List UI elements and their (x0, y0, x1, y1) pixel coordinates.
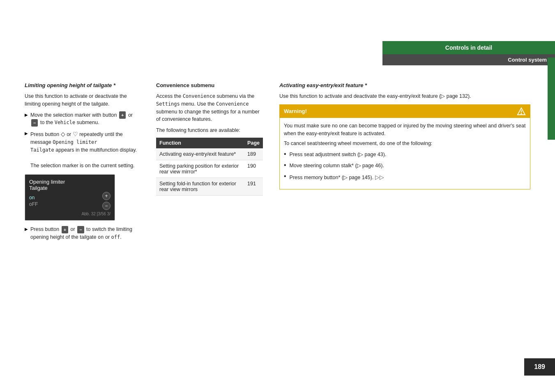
display-header: Opening limiter Tailgate (29, 179, 111, 191)
vehicle-code: Vehicle (55, 120, 76, 125)
bullet1-text: Press seat adjustment switch (▷ page 43)… (290, 151, 387, 159)
off-text: oFF (29, 201, 38, 207)
convenience-code1: Convenience (183, 93, 215, 99)
minus-btn-2: − (77, 226, 84, 234)
warning-body: You must make sure no one can become tra… (280, 118, 530, 189)
arrow-right-icon: ▷▷ (375, 174, 384, 180)
bullet-item-1: ▶ Move the selection marker with button … (25, 111, 140, 127)
bullet-arrow-2: ▶ (25, 130, 28, 136)
warning-triangle-icon (517, 107, 526, 116)
opening-limiter-code: Opening limiterTailgate (30, 139, 97, 153)
bullet3-text: Press memory button* (▷ page 145). ▷▷ (290, 173, 384, 182)
table-row: Activating easy-entry/exit feature* 189 (156, 148, 263, 160)
warning-label: Warning! (284, 108, 307, 114)
middle-intro: Access the Convenience submenu via the S… (156, 92, 263, 123)
diamond-icon: ◇ (61, 131, 65, 137)
circle-buttons: + − (102, 192, 111, 210)
table-cell-func-2: Setting parking position for exterior re… (156, 160, 244, 178)
table-cell-func-1: Activating easy-entry/exit feature* (156, 148, 244, 160)
marker-text: The selection marker is on the current s… (30, 163, 135, 168)
green-tab (548, 58, 555, 140)
bullet2-text: Move steering column stalk* (▷ page 46). (290, 162, 384, 170)
left-bullet-list: ▶ Move the selection marker with button … (25, 111, 140, 170)
table-cell-page-2: 190 (244, 160, 263, 178)
display-image: Opening limiter Tailgate on oFF + − Abb.… (25, 174, 115, 221)
bullet-arrow-1: ▶ (25, 112, 28, 118)
function-table: Function Page Activating easy-entry/exit… (156, 138, 263, 196)
bullet-item-2: ▶ Press button ◇ or ♡ repeatedly until t… (25, 130, 140, 169)
display-subheader-text: Tailgate (29, 185, 48, 191)
available-text: The following functions are available: (156, 127, 263, 134)
left-section-title: Limiting opening height of tailgate * (25, 82, 140, 88)
warning-header: Warning! (280, 105, 530, 118)
plus-btn: + (119, 111, 126, 119)
warning-bullet-list: • Press seat adjustment switch (▷ page 4… (284, 151, 526, 182)
off-code: off (111, 234, 120, 240)
dot-3: • (284, 173, 286, 180)
right-intro-text: Use this function to activate and deacti… (279, 92, 530, 100)
page-ref: Abb. 32 [3/56 3/ (29, 212, 111, 216)
dot-2: • (284, 162, 286, 168)
col-page: Page (244, 138, 263, 148)
table-row: Setting fold-in function for exterior re… (156, 178, 263, 195)
bullet-arrow-3: ▶ (25, 226, 28, 232)
table-cell-page-3: 191 (244, 178, 263, 195)
plus-circle-btn: + (102, 192, 111, 200)
right-section-title: Activating easy-entry/exit feature * (279, 82, 530, 88)
svg-point-1 (521, 113, 521, 114)
warning-text1: You must make sure no one can become tra… (284, 122, 526, 138)
display-body: on oFF + − (29, 192, 111, 210)
table-cell-page-1: 189 (244, 148, 263, 160)
col-function: Function (156, 138, 244, 148)
settings-code: Settings (156, 101, 180, 107)
dot-1: • (284, 151, 286, 157)
header-controls-in-detail: Controls in detail (382, 41, 555, 54)
warning-text2: To cancel seat/steering wheel movement, … (284, 140, 526, 148)
warning-bullet-1: • Press seat adjustment switch (▷ page 4… (284, 151, 526, 159)
main-content: Limiting opening height of tailgate * Us… (25, 82, 530, 245)
left-intro-text: Use this function to activate or deactiv… (25, 92, 140, 108)
warning-bullet-3: • Press memory button* (▷ page 145). ▷▷ (284, 173, 526, 182)
left-column: Limiting opening height of tailgate * Us… (25, 82, 140, 245)
heart-icon: ♡ (73, 131, 78, 137)
on-code: on (98, 234, 104, 240)
middle-section-title: Convenience submenu (156, 82, 263, 88)
table-row: Setting parking position for exterior re… (156, 160, 263, 178)
minus-circle-btn: − (102, 202, 111, 210)
plus-btn-2: + (62, 226, 68, 234)
display-header-text: Opening limiter (29, 179, 65, 185)
minus-btn: − (31, 119, 38, 127)
table-header-row: Function Page (156, 138, 263, 148)
table-body: Activating easy-entry/exit feature* 189 … (156, 148, 263, 196)
middle-column: Convenience submenu Access the Convenien… (156, 82, 263, 245)
bullet1-content: Move the selection marker with button + … (30, 111, 140, 127)
table-cell-func-3: Setting fold-in function for exterior re… (156, 178, 244, 195)
bullet-item-3: ▶ Press button + or − to switch the limi… (25, 226, 140, 241)
page-number: 189 (524, 358, 555, 376)
header-bar: Controls in detail Control system (382, 41, 555, 65)
left-bullet-list-2: ▶ Press button + or − to switch the limi… (25, 226, 140, 241)
warning-box: Warning! You must make sure no one can b… (279, 104, 530, 189)
bullet2-content: Press button ◇ or ♡ repeatedly until the… (30, 130, 140, 169)
on-off-col: on oFF (29, 195, 38, 207)
convenience-code2: Convenience (216, 101, 249, 107)
warning-bullet-2: • Move steering column stalk* (▷ page 46… (284, 162, 526, 170)
header-control-system: Control system (382, 54, 555, 65)
on-text: on (29, 195, 38, 201)
right-column: Activating easy-entry/exit feature * Use… (279, 82, 530, 245)
bullet3-content: Press button + or − to switch the limiti… (30, 226, 140, 241)
